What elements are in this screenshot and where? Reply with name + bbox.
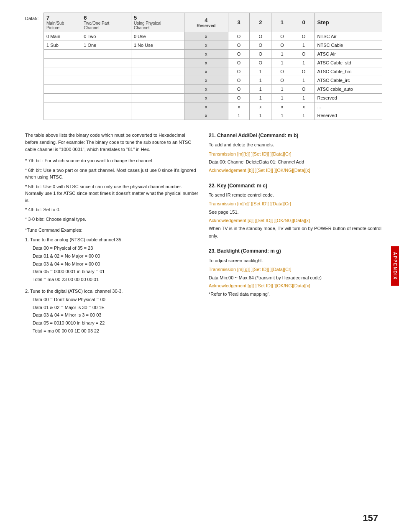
ack-line: Acknowledgement [g][ ][Set ID][ ][OK/NG]… <box>209 282 382 290</box>
table-cell-col6 <box>81 85 131 94</box>
table-cell-reserved: x <box>184 32 228 41</box>
table-cell-step: NTSC Cable <box>315 41 382 50</box>
tune-item-header: 2. Tune to the digital (ATSC) local chan… <box>25 288 199 295</box>
table-cell-col1: 1 <box>271 85 293 94</box>
right-sections-container: 21. Channel Add/Del (Command: m b)To add… <box>209 132 382 298</box>
table-cell-col3: O <box>228 67 250 76</box>
table-cell-col5 <box>131 111 184 120</box>
table-cell-step: NTSC Air <box>315 32 382 41</box>
tune-item-header: 1. Tune to the analog (NTSC) cable chann… <box>25 236 199 243</box>
tune-detail-line: Total = ma 00 00 00 1E 00 03 22 <box>33 327 199 335</box>
ack-line: Acknowledgement [c][ ][Set ID][ ][OK/NG]… <box>209 217 382 225</box>
tune-detail-line: Data 03 & 04 = Minor is 3 = 00 03 <box>33 311 199 319</box>
tune-item-1: 1. Tune to the analog (NTSC) cable chann… <box>25 236 199 284</box>
table-cell-col1: O <box>271 32 293 41</box>
table-cell-col6: 1 One <box>81 41 131 50</box>
section-title: 23. Backlight (Command: m g) <box>209 247 382 255</box>
table-cell-reserved: x <box>184 67 228 76</box>
appendix-sidebar: APPENDIX <box>391 246 399 286</box>
tune-detail-line: Data 00 = Physical of 35 = 23 <box>33 244 199 252</box>
table-row <box>44 94 81 102</box>
table-cell-col5 <box>131 102 184 111</box>
table-row <box>44 102 81 111</box>
table-cell-col2: 1 <box>250 85 271 94</box>
table-cell-col1: 1 <box>271 50 293 59</box>
table-cell-col0: O <box>293 50 315 59</box>
table-cell-col5 <box>131 50 184 59</box>
table-cell-col3: O <box>228 59 250 67</box>
table-cell-col1: 1 <box>271 94 293 102</box>
table-cell-col6 <box>81 59 131 67</box>
tune-detail-line: Data 03 & 04 = No Minor = 00 00 <box>33 260 199 268</box>
table-cell-col3: O <box>228 50 250 59</box>
page-layout: Data5: 7 Main/SubPicture 6 Two/One PartC… <box>25 13 382 339</box>
left-column: The table above lists the binary code wh… <box>25 132 199 339</box>
table-row: 0 Main <box>44 32 81 41</box>
note-line-2: *Refer to 'Real data mapping'. <box>209 291 382 298</box>
section-title: 21. Channel Add/Del (Command: m b) <box>209 132 382 140</box>
table-cell-col3: O <box>228 85 250 94</box>
tune-title: *Tune Command Examples: <box>25 227 199 234</box>
table-cell-col5 <box>131 67 184 76</box>
transmission-line: Transmission [m][b][ ][Set ID][ ][Data][… <box>209 151 382 158</box>
table-cell-col2: 1 <box>250 94 271 102</box>
table-cell-col6: 0 Two <box>81 32 131 41</box>
transmission-line: Transmission [m][c][ ][Set ID][ ][Data][… <box>209 200 382 208</box>
table-cell-col5: 0 Use <box>131 32 184 41</box>
table-cell-col5 <box>131 59 184 67</box>
table-cell-col5 <box>131 85 184 94</box>
table-cell-col0: 1 <box>293 59 315 67</box>
page-number: 157 <box>363 513 378 524</box>
table-row <box>44 59 81 67</box>
table-cell-col0: O <box>293 32 315 41</box>
table-cell-reserved: x <box>184 94 228 102</box>
tune-detail-line: Data 01 & 02 = Major is 30 = 00 1E <box>33 304 199 312</box>
table-cell-col2: O <box>250 32 271 41</box>
tune-detail-line: Data 01 & 02 = No Major = 00 00 <box>33 252 199 260</box>
list-item: * 4th bit: Set to 0. <box>25 206 199 213</box>
table-cell-col1: O <box>271 76 293 85</box>
table-cell-reserved: x <box>184 85 228 94</box>
table-row <box>44 85 81 94</box>
data5-label: Data5: <box>25 13 41 120</box>
table-cell-col6 <box>81 76 131 85</box>
table-cell-col6 <box>81 50 131 59</box>
section-block-section21: 21. Channel Add/Del (Command: m b)To add… <box>209 132 382 174</box>
table-cell-reserved: x <box>184 76 228 85</box>
table-cell-col0: 1 <box>293 94 315 102</box>
table-cell-col1: 1 <box>271 111 293 120</box>
table-cell-col3: O <box>228 41 250 50</box>
table-cell-reserved: x <box>184 50 228 59</box>
table-cell-col0: 1 <box>293 76 315 85</box>
table-cell-step: Reserved <box>315 94 382 102</box>
list-item: * 6th bit: Use a two part or one part ch… <box>25 167 199 181</box>
table-cell-step: ... <box>315 102 382 111</box>
section-block-section23: 23. Backlight (Command: m g)To adjust sc… <box>209 247 382 298</box>
table-cell-reserved: x <box>184 59 228 67</box>
right-column: 21. Channel Add/Del (Command: m b)To add… <box>209 132 382 339</box>
table-cell-reserved: x <box>184 41 228 50</box>
appendix-label: APPENDIX <box>393 252 397 280</box>
col6-header: 6 Two/One PartChannel <box>81 13 131 32</box>
tune-detail-line: Data 05 = 0010 0010 in binary = 22 <box>33 319 199 327</box>
table-cell-col5 <box>131 76 184 85</box>
main-table: 7 Main/SubPicture 6 Two/One PartChannel … <box>43 13 382 120</box>
col0-header: 0 <box>293 13 315 32</box>
bullet-list: * 7th bit : For which source do you want… <box>25 157 199 223</box>
table-cell-col5 <box>131 94 184 102</box>
body-section: The table above lists the binary code wh… <box>25 132 382 339</box>
table-cell-reserved: x <box>184 102 228 111</box>
table-cell-col0: 1 <box>293 41 315 50</box>
tune-detail-line: Total = ma 00 23 00 00 00 00 01 <box>33 276 199 284</box>
table-cell-step: ATSC Cable_std <box>315 59 382 67</box>
section-desc: To send IR remote control code. <box>209 192 382 199</box>
tune-item-details: Data 00 = Physical of 35 = 23Data 01 & 0… <box>25 244 199 283</box>
table-row <box>44 76 81 85</box>
note-line: When TV is in the standby mode, TV will … <box>209 225 382 240</box>
table-row <box>44 111 81 120</box>
col7-header: 7 Main/SubPicture <box>44 13 81 32</box>
table-cell-col0: 1 <box>293 111 315 120</box>
table-row <box>44 50 81 59</box>
table-row <box>44 67 81 76</box>
table-cell-col3: O <box>228 94 250 102</box>
